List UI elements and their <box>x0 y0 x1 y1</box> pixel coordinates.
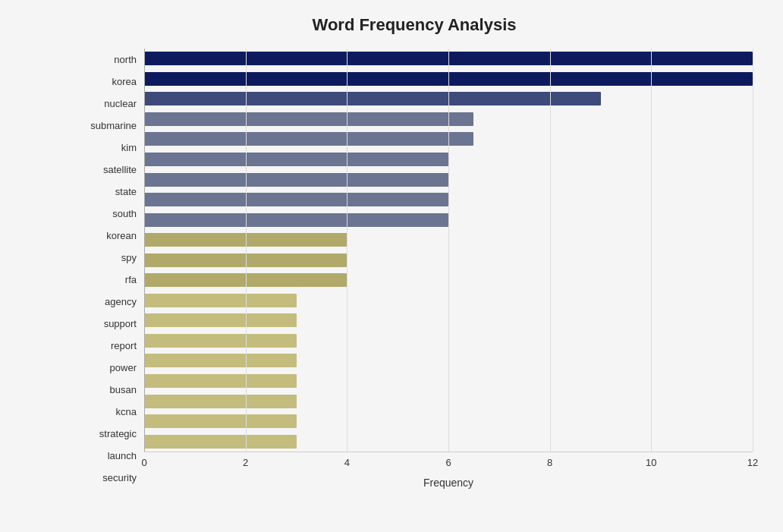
bar-row <box>144 172 753 188</box>
bar-row <box>144 191 753 208</box>
x-tick-10: 10 <box>646 457 656 468</box>
x-axis-line <box>144 452 753 452</box>
bar-row <box>144 312 753 329</box>
bar-row <box>144 71 753 87</box>
y-label-power: power <box>110 363 137 373</box>
bar-row <box>144 212 753 228</box>
bar-rfa <box>144 253 347 267</box>
y-label-korean: korean <box>106 231 137 241</box>
bar-satellite <box>144 153 448 166</box>
y-label-korea: korea <box>112 77 137 87</box>
y-label-busan: busan <box>110 385 137 395</box>
bar-kim <box>144 132 473 146</box>
bar-korea <box>144 72 753 86</box>
grid-line-0 <box>144 49 145 452</box>
chart-title: Word Frequency Analysis <box>76 15 753 35</box>
bar-busan <box>144 354 297 367</box>
grid-line-10 <box>651 49 652 452</box>
bar-row <box>144 352 753 369</box>
bar-agency <box>144 273 347 287</box>
grid-line-6 <box>448 49 449 452</box>
bar-nuclear <box>144 92 601 105</box>
bar-row <box>144 433 753 450</box>
bar-row <box>144 50 753 67</box>
x-tick-2: 2 <box>243 457 248 468</box>
y-label-north: north <box>114 55 137 65</box>
y-label-kcna: kcna <box>116 407 137 417</box>
bar-strategic <box>144 395 297 408</box>
y-label-agency: agency <box>105 297 137 307</box>
x-tick-12: 12 <box>747 457 758 468</box>
bar-state <box>144 173 448 187</box>
bar-korean <box>144 213 448 227</box>
bar-row <box>144 151 753 168</box>
chart-container: Word Frequency Analysis northkoreanuclea… <box>0 0 783 532</box>
bar-row <box>144 332 753 349</box>
y-label-strategic: strategic <box>99 429 137 439</box>
bar-row <box>144 131 753 147</box>
bar-report <box>144 313 297 327</box>
x-tick-8: 8 <box>547 457 552 468</box>
bar-spy <box>144 233 347 247</box>
y-label-satellite: satellite <box>103 165 137 175</box>
bar-launch <box>144 414 297 428</box>
bars-wrapper <box>144 49 753 452</box>
x-tick-6: 6 <box>445 457 451 468</box>
y-label-south: south <box>112 209 137 219</box>
x-tick-0: 0 <box>141 457 146 468</box>
grid-line-8 <box>550 49 551 452</box>
y-label-kim: kim <box>121 143 137 153</box>
x-tick-4: 4 <box>344 457 350 468</box>
y-label-nuclear: nuclear <box>104 99 137 109</box>
bar-row <box>144 111 753 127</box>
bar-south <box>144 193 448 206</box>
y-label-report: report <box>111 341 137 351</box>
y-label-spy: spy <box>121 253 137 263</box>
y-label-support: support <box>104 319 137 329</box>
y-label-state: state <box>115 187 137 197</box>
y-label-rfa: rfa <box>125 275 137 285</box>
bar-power <box>144 334 297 348</box>
bar-kcna <box>144 374 297 388</box>
y-label-security: security <box>102 473 137 483</box>
grid-line-12 <box>753 49 753 452</box>
grid-line-4 <box>347 49 347 452</box>
bar-row <box>144 413 753 430</box>
bar-north <box>144 52 753 65</box>
bar-row <box>144 231 753 248</box>
y-label-launch: launch <box>108 451 137 461</box>
x-axis: 024681012 Frequency <box>144 457 753 489</box>
x-axis-label: Frequency <box>423 477 473 489</box>
bar-row <box>144 272 753 288</box>
bar-row <box>144 292 753 309</box>
bar-row <box>144 252 753 269</box>
bar-submarine <box>144 112 473 126</box>
bars-and-axes: 024681012 Frequency <box>144 49 753 489</box>
y-label-submarine: submarine <box>90 121 137 131</box>
grid-line-2 <box>246 49 247 452</box>
bar-row <box>144 393 753 410</box>
bar-support <box>144 294 297 307</box>
chart-area: northkoreanuclearsubmarinekimsatellitest… <box>76 49 753 489</box>
bar-row <box>144 90 753 107</box>
bar-row <box>144 373 753 389</box>
y-labels: northkoreanuclearsubmarinekimsatellitest… <box>76 49 144 489</box>
bar-security <box>144 435 297 449</box>
